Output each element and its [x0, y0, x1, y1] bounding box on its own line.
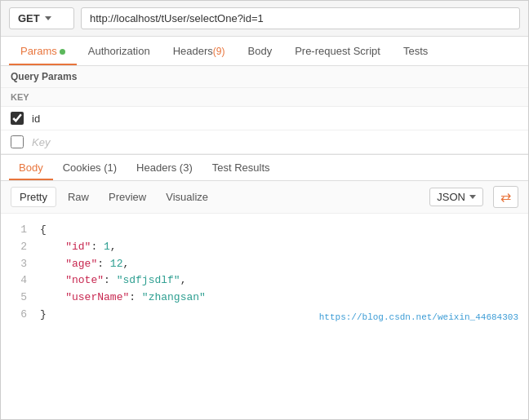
line-content-5: "userName": "zhangsan" — [40, 290, 515, 307]
line-num-1: 1 — [14, 222, 27, 239]
line-num-4: 4 — [14, 272, 27, 290]
line-num-3: 3 — [14, 256, 27, 273]
param-key-placeholder: Key — [32, 136, 50, 148]
tab-headers-response[interactable]: Headers (3) — [127, 155, 202, 180]
tab-response-body[interactable]: Body — [9, 155, 53, 180]
code-line-2: 2 "id": 1, — [14, 239, 515, 256]
tab-prerequest[interactable]: Pre-request Script — [283, 37, 392, 65]
line-content-1: { — [40, 222, 515, 239]
code-line-4: 4 "note": "sdfjsdlf", — [14, 272, 515, 290]
line-num-2: 2 — [14, 239, 27, 256]
format-label: JSON — [437, 191, 465, 203]
line-num-5: 5 — [14, 290, 27, 307]
wrap-button[interactable]: ⇄ — [493, 186, 518, 208]
params-column-key: KEY — [1, 87, 528, 107]
resp-tab-visualize[interactable]: Visualize — [158, 188, 216, 206]
tab-params[interactable]: Params — [9, 37, 77, 65]
line-num-6: 6 — [14, 307, 27, 324]
param-key-id: id — [32, 113, 518, 125]
resp-tab-preview[interactable]: Preview — [100, 188, 154, 206]
method-label: GET — [18, 12, 40, 24]
tab-headers[interactable]: Headers(9) — [162, 37, 237, 65]
tab-test-results[interactable]: Test Results — [202, 155, 280, 180]
method-chevron-icon — [45, 16, 51, 20]
top-tabs: Params Authorization Headers(9) Body Pre… — [1, 37, 528, 66]
query-params-section: Query Params KEY id Key — [1, 66, 528, 155]
bottom-tabs: Body Cookies (1) Headers (3) Test Result… — [1, 155, 528, 181]
tab-tests[interactable]: Tests — [392, 37, 439, 65]
param-checkbox-id[interactable] — [11, 112, 24, 125]
url-bar: GET — [1, 1, 528, 37]
tab-authorization[interactable]: Authorization — [77, 37, 162, 65]
line-content-4: "note": "sdfjsdlf", — [40, 272, 515, 290]
params-dot-icon — [60, 49, 65, 55]
watermark-text: https://blog.csdn.net/weixin_44684303 — [319, 311, 518, 325]
resp-tab-raw[interactable]: Raw — [60, 188, 97, 206]
query-params-title: Query Params — [1, 66, 528, 87]
line-content-2: "id": 1, — [40, 239, 515, 256]
format-chevron-icon — [469, 195, 476, 199]
line-content-3: "age": 12, — [40, 256, 515, 273]
response-code-block: 1 { 2 "id": 1, 3 "age": 12, 4 "note": "s… — [1, 214, 528, 332]
param-row-placeholder: Key — [1, 130, 528, 154]
code-line-5: 5 "userName": "zhangsan" — [14, 290, 515, 307]
resp-tab-pretty[interactable]: Pretty — [11, 187, 56, 207]
method-selector[interactable]: GET — [9, 7, 74, 29]
code-line-1: 1 { — [14, 222, 515, 239]
code-line-3: 3 "age": 12, — [14, 256, 515, 273]
format-selector[interactable]: JSON — [429, 188, 483, 206]
param-row-id: id — [1, 107, 528, 130]
tab-cookies[interactable]: Cookies (1) — [53, 155, 127, 180]
tab-body-top[interactable]: Body — [237, 37, 284, 65]
response-toolbar: Pretty Raw Preview Visualize JSON ⇄ — [1, 181, 528, 214]
url-input[interactable] — [81, 7, 520, 29]
param-checkbox-placeholder[interactable] — [11, 135, 24, 148]
